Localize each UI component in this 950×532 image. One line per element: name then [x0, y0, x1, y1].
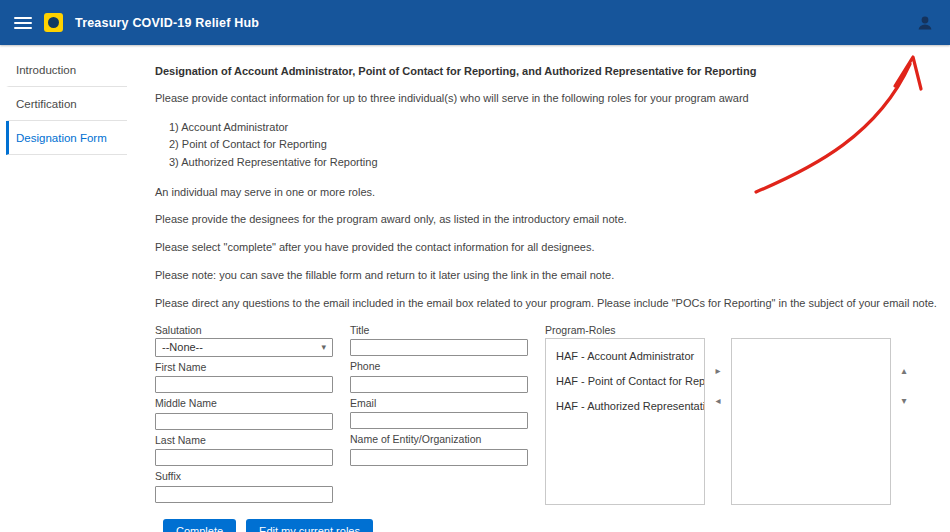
program-roles-label: Program-Roles: [545, 324, 940, 336]
last-name-label: Last Name: [155, 434, 333, 446]
title-label: Title: [350, 324, 528, 336]
first-name-field[interactable]: [155, 376, 333, 393]
last-name-field[interactable]: [155, 449, 333, 466]
sidebar-item-label: Certification: [16, 98, 77, 110]
sidebar-item-certification[interactable]: Certification: [6, 87, 127, 121]
main-content: Designation of Account Administrator, Po…: [133, 45, 950, 532]
program-role-option[interactable]: HAF - Authorized Representative fo...: [546, 393, 704, 418]
entity-name-label: Name of Entity/Organization: [350, 433, 528, 445]
role-list-item: 3) Authorized Representative for Reporti…: [169, 154, 940, 172]
role-list: 1) Account Administrator 2) Point of Con…: [169, 119, 940, 172]
move-down-icon[interactable]: ▾: [899, 394, 908, 408]
designation-form: Salutation --None-- ▾ First Name Middle …: [155, 324, 940, 505]
title-field[interactable]: [350, 339, 528, 356]
salutation-value: --None--: [162, 341, 203, 353]
program-roles-section: Program-Roles HAF - Account Administrato…: [545, 324, 940, 505]
app-header: Treasury COVID-19 Relief Hub: [0, 0, 950, 45]
program-roles-selected-listbox[interactable]: [731, 338, 891, 505]
intro-paragraph: Please provide contact information for u…: [155, 91, 940, 106]
move-up-icon[interactable]: ▴: [899, 364, 908, 378]
middle-name-field[interactable]: [155, 413, 333, 430]
first-name-label: First Name: [155, 361, 333, 373]
phone-field[interactable]: [350, 376, 528, 393]
form-column-middle: Title Phone Email Name of Entity/Organiz…: [350, 324, 528, 505]
note-paragraph: An individual may serve in one or more r…: [155, 185, 940, 200]
page-title: Designation of Account Administrator, Po…: [155, 65, 940, 77]
reorder-buttons: ▴ ▾: [891, 338, 917, 408]
role-list-item: 2) Point of Contact for Reporting: [169, 136, 940, 154]
dropdown-caret-icon: ▾: [321, 342, 326, 352]
sidebar-item-introduction[interactable]: Introduction: [6, 53, 127, 87]
email-label: Email: [350, 397, 528, 409]
sidebar: Introduction Certification Designation F…: [0, 45, 133, 532]
edit-roles-button[interactable]: Edit my current roles: [246, 519, 373, 532]
move-right-icon[interactable]: ▸: [713, 364, 722, 378]
sidebar-item-label: Designation Form: [16, 132, 107, 144]
suffix-field[interactable]: [155, 486, 333, 503]
form-actions: Complete Edit my current roles: [163, 519, 940, 532]
email-field[interactable]: [350, 412, 528, 429]
form-column-left: Salutation --None-- ▾ First Name Middle …: [155, 324, 333, 505]
sidebar-item-designation-form[interactable]: Designation Form: [6, 121, 127, 155]
note-paragraph: Please provide the designees for the pro…: [155, 212, 940, 227]
program-roles-available-listbox[interactable]: HAF - Account Administrator HAF - Point …: [545, 338, 705, 505]
menu-icon[interactable]: [14, 17, 32, 29]
complete-button[interactable]: Complete: [163, 519, 236, 532]
move-left-icon[interactable]: ◂: [713, 394, 722, 408]
salutation-select[interactable]: --None-- ▾: [155, 338, 333, 357]
user-icon[interactable]: [914, 12, 936, 34]
move-buttons: ▸ ◂: [705, 338, 731, 408]
program-role-option[interactable]: HAF - Account Administrator: [546, 343, 704, 368]
note-paragraph: Please note: you can save the fillable f…: [155, 268, 940, 283]
middle-name-label: Middle Name: [155, 397, 333, 409]
note-paragraph: Please select "complete" after you have …: [155, 240, 940, 255]
program-role-option[interactable]: HAF - Point of Contact for Reporting: [546, 368, 704, 393]
salutation-label: Salutation: [155, 324, 333, 336]
note-paragraph: Please direct any questions to the email…: [155, 296, 940, 311]
role-list-item: 1) Account Administrator: [169, 119, 940, 137]
suffix-label: Suffix: [155, 470, 333, 482]
treasury-logo: [44, 13, 63, 32]
app-title: Treasury COVID-19 Relief Hub: [75, 16, 259, 30]
entity-name-field[interactable]: [350, 449, 528, 466]
phone-label: Phone: [350, 360, 528, 372]
sidebar-item-label: Introduction: [16, 64, 76, 76]
